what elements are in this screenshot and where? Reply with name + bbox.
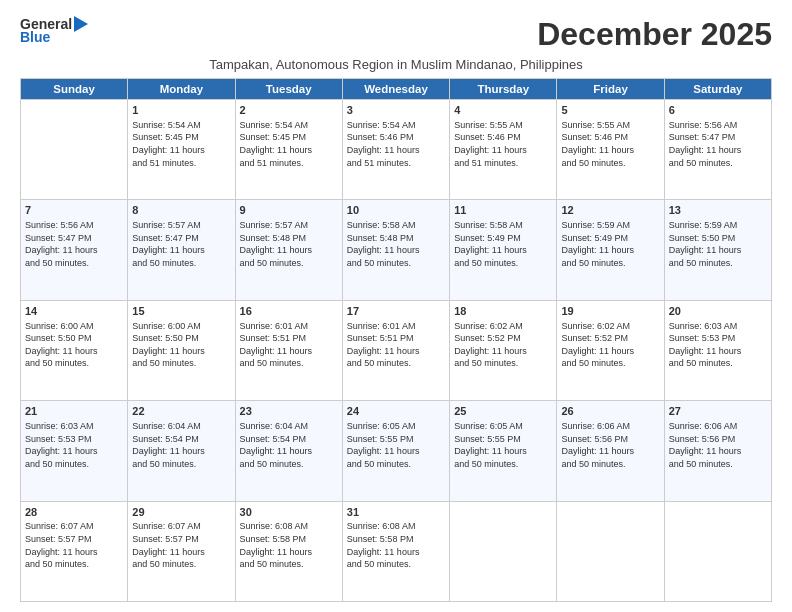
day-number: 9 [240,203,338,218]
day-number: 15 [132,304,230,319]
day-number: 8 [132,203,230,218]
day-info: Sunrise: 5:55 AM Sunset: 5:46 PM Dayligh… [561,119,659,169]
calendar-cell: 16Sunrise: 6:01 AM Sunset: 5:51 PM Dayli… [235,300,342,400]
calendar-table: Sunday Monday Tuesday Wednesday Thursday… [20,78,772,602]
calendar-cell: 22Sunrise: 6:04 AM Sunset: 5:54 PM Dayli… [128,401,235,501]
page: General Blue December 2025 Tampakan, Aut… [0,0,792,612]
day-number: 2 [240,103,338,118]
day-info: Sunrise: 5:56 AM Sunset: 5:47 PM Dayligh… [669,119,767,169]
day-number: 16 [240,304,338,319]
day-info: Sunrise: 6:06 AM Sunset: 5:56 PM Dayligh… [561,420,659,470]
day-number: 26 [561,404,659,419]
calendar-cell: 20Sunrise: 6:03 AM Sunset: 5:53 PM Dayli… [664,300,771,400]
calendar-cell: 4Sunrise: 5:55 AM Sunset: 5:46 PM Daylig… [450,100,557,200]
calendar-cell: 21Sunrise: 6:03 AM Sunset: 5:53 PM Dayli… [21,401,128,501]
logo: General Blue [20,16,88,44]
day-number: 1 [132,103,230,118]
day-info: Sunrise: 6:05 AM Sunset: 5:55 PM Dayligh… [347,420,445,470]
calendar-cell: 17Sunrise: 6:01 AM Sunset: 5:51 PM Dayli… [342,300,449,400]
day-info: Sunrise: 6:04 AM Sunset: 5:54 PM Dayligh… [240,420,338,470]
day-number: 23 [240,404,338,419]
day-info: Sunrise: 6:03 AM Sunset: 5:53 PM Dayligh… [669,320,767,370]
calendar-cell: 23Sunrise: 6:04 AM Sunset: 5:54 PM Dayli… [235,401,342,501]
day-number: 19 [561,304,659,319]
calendar-cell [664,501,771,601]
day-number: 20 [669,304,767,319]
col-sunday: Sunday [21,79,128,100]
day-number: 18 [454,304,552,319]
calendar-cell: 1Sunrise: 5:54 AM Sunset: 5:45 PM Daylig… [128,100,235,200]
day-number: 24 [347,404,445,419]
day-info: Sunrise: 5:55 AM Sunset: 5:46 PM Dayligh… [454,119,552,169]
calendar-week-3: 14Sunrise: 6:00 AM Sunset: 5:50 PM Dayli… [21,300,772,400]
subtitle: Tampakan, Autonomous Region in Muslim Mi… [20,57,772,72]
day-number: 13 [669,203,767,218]
calendar-week-5: 28Sunrise: 6:07 AM Sunset: 5:57 PM Dayli… [21,501,772,601]
day-info: Sunrise: 5:54 AM Sunset: 5:45 PM Dayligh… [132,119,230,169]
day-info: Sunrise: 6:07 AM Sunset: 5:57 PM Dayligh… [132,520,230,570]
calendar-cell: 2Sunrise: 5:54 AM Sunset: 5:45 PM Daylig… [235,100,342,200]
calendar-cell: 26Sunrise: 6:06 AM Sunset: 5:56 PM Dayli… [557,401,664,501]
day-info: Sunrise: 6:05 AM Sunset: 5:55 PM Dayligh… [454,420,552,470]
logo-blue: Blue [20,30,50,44]
day-info: Sunrise: 6:08 AM Sunset: 5:58 PM Dayligh… [347,520,445,570]
day-info: Sunrise: 5:59 AM Sunset: 5:50 PM Dayligh… [669,219,767,269]
calendar-header: Sunday Monday Tuesday Wednesday Thursday… [21,79,772,100]
day-number: 6 [669,103,767,118]
calendar-cell: 24Sunrise: 6:05 AM Sunset: 5:55 PM Dayli… [342,401,449,501]
day-number: 12 [561,203,659,218]
calendar-cell: 25Sunrise: 6:05 AM Sunset: 5:55 PM Dayli… [450,401,557,501]
col-monday: Monday [128,79,235,100]
calendar-cell: 31Sunrise: 6:08 AM Sunset: 5:58 PM Dayli… [342,501,449,601]
day-number: 29 [132,505,230,520]
day-info: Sunrise: 6:06 AM Sunset: 5:56 PM Dayligh… [669,420,767,470]
calendar-cell [557,501,664,601]
day-number: 22 [132,404,230,419]
day-number: 3 [347,103,445,118]
col-thursday: Thursday [450,79,557,100]
day-info: Sunrise: 6:01 AM Sunset: 5:51 PM Dayligh… [240,320,338,370]
col-wednesday: Wednesday [342,79,449,100]
calendar-cell: 8Sunrise: 5:57 AM Sunset: 5:47 PM Daylig… [128,200,235,300]
calendar-cell: 18Sunrise: 6:02 AM Sunset: 5:52 PM Dayli… [450,300,557,400]
header: General Blue December 2025 [20,16,772,53]
day-info: Sunrise: 6:07 AM Sunset: 5:57 PM Dayligh… [25,520,123,570]
calendar-cell: 3Sunrise: 5:54 AM Sunset: 5:46 PM Daylig… [342,100,449,200]
calendar-cell: 14Sunrise: 6:00 AM Sunset: 5:50 PM Dayli… [21,300,128,400]
calendar-cell: 30Sunrise: 6:08 AM Sunset: 5:58 PM Dayli… [235,501,342,601]
col-friday: Friday [557,79,664,100]
calendar-cell: 9Sunrise: 5:57 AM Sunset: 5:48 PM Daylig… [235,200,342,300]
logo-triangle-icon [74,16,88,32]
day-number: 27 [669,404,767,419]
day-info: Sunrise: 5:58 AM Sunset: 5:49 PM Dayligh… [454,219,552,269]
day-info: Sunrise: 6:03 AM Sunset: 5:53 PM Dayligh… [25,420,123,470]
day-number: 28 [25,505,123,520]
calendar-cell: 28Sunrise: 6:07 AM Sunset: 5:57 PM Dayli… [21,501,128,601]
calendar-cell: 10Sunrise: 5:58 AM Sunset: 5:48 PM Dayli… [342,200,449,300]
calendar-week-4: 21Sunrise: 6:03 AM Sunset: 5:53 PM Dayli… [21,401,772,501]
day-info: Sunrise: 5:57 AM Sunset: 5:48 PM Dayligh… [240,219,338,269]
day-number: 4 [454,103,552,118]
day-info: Sunrise: 6:01 AM Sunset: 5:51 PM Dayligh… [347,320,445,370]
day-number: 14 [25,304,123,319]
day-number: 10 [347,203,445,218]
calendar-cell: 6Sunrise: 5:56 AM Sunset: 5:47 PM Daylig… [664,100,771,200]
day-info: Sunrise: 5:59 AM Sunset: 5:49 PM Dayligh… [561,219,659,269]
calendar-cell [21,100,128,200]
col-saturday: Saturday [664,79,771,100]
day-number: 7 [25,203,123,218]
day-number: 31 [347,505,445,520]
calendar-cell: 13Sunrise: 5:59 AM Sunset: 5:50 PM Dayli… [664,200,771,300]
day-number: 11 [454,203,552,218]
calendar-week-1: 1Sunrise: 5:54 AM Sunset: 5:45 PM Daylig… [21,100,772,200]
calendar-cell: 15Sunrise: 6:00 AM Sunset: 5:50 PM Dayli… [128,300,235,400]
calendar-cell: 12Sunrise: 5:59 AM Sunset: 5:49 PM Dayli… [557,200,664,300]
calendar-cell: 7Sunrise: 5:56 AM Sunset: 5:47 PM Daylig… [21,200,128,300]
day-number: 17 [347,304,445,319]
day-info: Sunrise: 6:08 AM Sunset: 5:58 PM Dayligh… [240,520,338,570]
day-info: Sunrise: 6:02 AM Sunset: 5:52 PM Dayligh… [561,320,659,370]
calendar-cell: 11Sunrise: 5:58 AM Sunset: 5:49 PM Dayli… [450,200,557,300]
day-info: Sunrise: 5:54 AM Sunset: 5:45 PM Dayligh… [240,119,338,169]
header-row: Sunday Monday Tuesday Wednesday Thursday… [21,79,772,100]
calendar-week-2: 7Sunrise: 5:56 AM Sunset: 5:47 PM Daylig… [21,200,772,300]
